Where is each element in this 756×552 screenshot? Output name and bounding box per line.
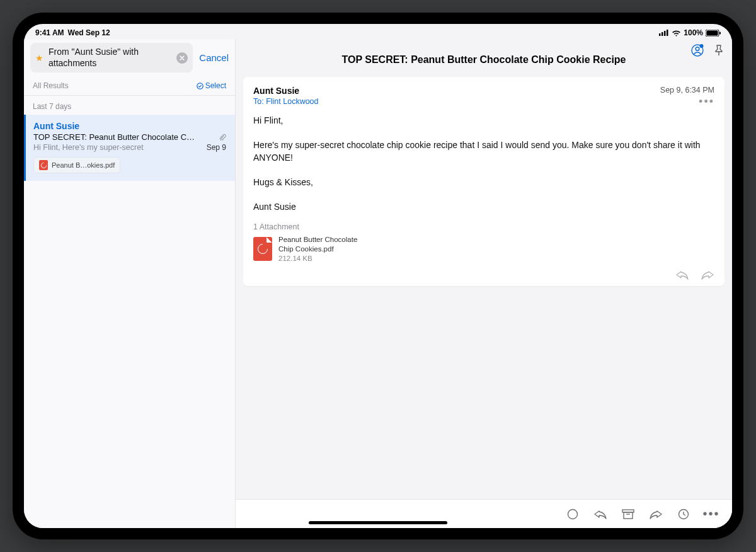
more-button[interactable]: ••• [660, 98, 714, 105]
svg-point-9 [696, 47, 699, 51]
search-token-label: From "Aunt Susie" with attachments [49, 47, 171, 69]
archive-button[interactable] [621, 507, 635, 521]
svg-point-10 [700, 44, 704, 48]
select-button[interactable]: Select [197, 81, 226, 90]
paperclip-icon [219, 134, 226, 141]
pin-button[interactable] [712, 43, 726, 57]
from-label: Aunt Susie [253, 86, 319, 96]
svg-point-11 [568, 509, 578, 519]
status-time: 9:41 AM [35, 28, 64, 37]
attachment-count: 1 Attachment [253, 222, 714, 231]
more-toolbar-button[interactable]: ••• [704, 507, 718, 521]
ipad-frame: 9:41 AM Wed Sep 12 100% [13, 13, 743, 539]
status-right: 100% [659, 28, 721, 37]
attachment-name: Peanut Butter Chocolate Chip Cookies.pdf [278, 235, 373, 254]
mail-item-subject: TOP SECRET: Peanut Butter Chocolate C… [33, 132, 215, 142]
forward-toolbar-button[interactable] [649, 507, 663, 521]
home-indicator[interactable] [309, 521, 447, 524]
signal-icon [659, 30, 669, 36]
status-date: Wed Sep 12 [68, 28, 110, 37]
reading-pane: TOP SECRET: Peanut Butter Chocolate Chip… [236, 39, 732, 528]
email-date: Sep 9, 6:34 PM [660, 86, 714, 95]
schedule-button[interactable] [677, 507, 690, 521]
mail-item-from: Aunt Susie [33, 121, 226, 131]
mail-list-item[interactable]: Aunt Susie TOP SECRET: Peanut Butter Cho… [24, 115, 235, 181]
mail-item-preview: Hi Flint, Here's my super-secret [33, 143, 144, 152]
pdf-icon [253, 237, 272, 261]
contact-button[interactable] [690, 43, 704, 57]
mark-read-button[interactable] [566, 507, 580, 521]
star-icon: ★ [35, 53, 43, 63]
attachment-size: 212.14 KB [278, 254, 373, 263]
select-label: Select [205, 81, 226, 90]
cancel-button[interactable]: Cancel [199, 52, 229, 63]
status-bar: 9:41 AM Wed Sep 12 100% [24, 24, 732, 39]
forward-button[interactable] [701, 270, 714, 280]
section-label: Last 7 days [24, 96, 235, 115]
sidebar: ★ From "Aunt Susie" with attachments Can… [24, 39, 236, 528]
to-label[interactable]: To: Flint Lockwood [253, 97, 319, 106]
svg-rect-1 [662, 32, 663, 36]
pdf-icon [39, 160, 48, 170]
svg-rect-2 [664, 31, 666, 36]
wifi-icon [672, 30, 681, 37]
attachment-item[interactable]: Peanut Butter Chocolate Chip Cookies.pdf… [253, 235, 714, 263]
svg-rect-3 [667, 30, 668, 36]
mail-item-date: Sep 9 [207, 143, 226, 152]
screen: 9:41 AM Wed Sep 12 100% [24, 24, 732, 528]
attachment-chip-label: Peanut B…okies.pdf [52, 161, 115, 169]
battery-icon [706, 30, 721, 37]
battery-percent: 100% [684, 28, 703, 37]
svg-rect-5 [707, 30, 718, 35]
svg-rect-6 [719, 32, 721, 34]
svg-rect-13 [624, 512, 633, 519]
email-body: Hi Flint, Here's my super-secret chocola… [253, 115, 714, 214]
reply-toolbar-button[interactable] [593, 507, 607, 521]
attachment-chip[interactable]: Peanut B…okies.pdf [33, 157, 120, 173]
clear-search-button[interactable] [176, 52, 188, 64]
reply-button[interactable] [675, 270, 689, 280]
email-card: Aunt Susie To: Flint Lockwood Sep 9, 6:3… [243, 77, 724, 286]
all-results-label[interactable]: All Results [33, 81, 69, 90]
email-title: TOP SECRET: Peanut Butter Chocolate Chip… [248, 54, 719, 66]
search-token[interactable]: ★ From "Aunt Susie" with attachments [30, 43, 193, 72]
svg-rect-0 [659, 33, 661, 36]
